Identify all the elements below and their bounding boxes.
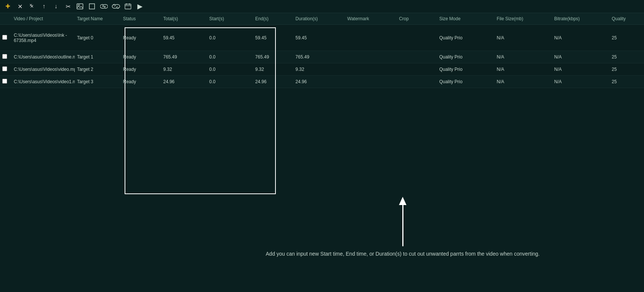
row-sizemode: Quality Prio bbox=[437, 63, 494, 76]
col-header-status: Status bbox=[121, 13, 161, 25]
col-header-video: Video / Project bbox=[12, 13, 75, 25]
row-total: 24.96 bbox=[161, 76, 207, 88]
unlink-icon[interactable] bbox=[112, 2, 120, 10]
row-duration: 9.32 bbox=[293, 63, 345, 76]
close-all-icon[interactable]: ✕✕ bbox=[28, 2, 36, 10]
row-duration: 24.96 bbox=[293, 76, 345, 88]
row-end: 24.96 bbox=[253, 76, 293, 88]
row-sizemode: Quality Prio bbox=[437, 51, 494, 63]
col-header-watermark: Watermark bbox=[345, 13, 397, 25]
move-down-icon[interactable]: ↓ bbox=[52, 2, 60, 10]
cut-icon[interactable]: ✂ bbox=[64, 2, 72, 10]
row-filesize: N/A bbox=[495, 25, 552, 51]
row-filesize: N/A bbox=[495, 51, 552, 63]
row-checkbox[interactable] bbox=[0, 51, 12, 63]
annotation-text: Add you can input new Start time, End ti… bbox=[234, 251, 572, 257]
row-status: Ready bbox=[121, 25, 161, 51]
col-header-quality: Quality bbox=[609, 13, 644, 25]
toolbar: + ✕ ✕✕ ↑ ↓ ✂ bbox=[0, 0, 644, 13]
row-target: Target 0 bbox=[75, 25, 121, 51]
col-header-bitrate: Bitrate(kbps) bbox=[552, 13, 609, 25]
row-target: Target 2 bbox=[75, 63, 121, 76]
row-status: Ready bbox=[121, 76, 161, 88]
row-total: 9.32 bbox=[161, 63, 207, 76]
row-quality: 25 bbox=[609, 51, 644, 63]
row-filesize: N/A bbox=[495, 76, 552, 88]
row-crop bbox=[397, 51, 437, 63]
row-crop bbox=[397, 63, 437, 76]
link-icon[interactable] bbox=[100, 2, 108, 10]
row-checkbox[interactable] bbox=[0, 76, 12, 88]
col-header-filesize: File Size(mb) bbox=[495, 13, 552, 25]
svg-line-4 bbox=[113, 4, 114, 5]
row-quality: 25 bbox=[609, 25, 644, 51]
crop-icon[interactable] bbox=[88, 2, 96, 10]
row-filesize: N/A bbox=[495, 63, 552, 76]
row-total: 59.45 bbox=[161, 25, 207, 51]
row-watermark bbox=[345, 51, 397, 63]
info-icon[interactable] bbox=[124, 2, 132, 10]
table-row: C:\Users\asus\Videos\outline.mp4Target 1… bbox=[0, 51, 644, 63]
row-start: 0.0 bbox=[207, 51, 253, 63]
row-sizemode: Quality Prio bbox=[437, 25, 494, 51]
row-start: 0.0 bbox=[207, 25, 253, 51]
col-header-crop: Crop bbox=[397, 13, 437, 25]
image-icon[interactable] bbox=[76, 2, 84, 10]
table-header-row: Video / Project Target Name Status Total… bbox=[0, 13, 644, 25]
row-quality: 25 bbox=[609, 76, 644, 88]
row-watermark bbox=[345, 63, 397, 76]
col-header-checkbox bbox=[0, 13, 12, 25]
row-status: Ready bbox=[121, 51, 161, 63]
row-duration: 765.49 bbox=[293, 51, 345, 63]
svg-rect-2 bbox=[89, 4, 95, 9]
row-bitrate: N/A bbox=[552, 76, 609, 88]
arrow-head bbox=[399, 197, 406, 205]
video-table: Video / Project Target Name Status Total… bbox=[0, 13, 644, 88]
svg-line-5 bbox=[118, 7, 119, 9]
col-header-end: End(s) bbox=[253, 13, 293, 25]
row-end: 9.32 bbox=[253, 63, 293, 76]
arrow-shaft bbox=[402, 205, 403, 246]
row-sizemode: Quality Prio bbox=[437, 76, 494, 88]
row-video: C:\Users\asus\Videos\video1.mp4 bbox=[12, 76, 75, 88]
row-quality: 25 bbox=[609, 63, 644, 76]
close-icon[interactable]: ✕ bbox=[16, 2, 24, 10]
row-watermark bbox=[345, 76, 397, 88]
row-video: C:\Users\asus\Videos\Ink - 67358.mp4 bbox=[12, 25, 75, 51]
annotation-area: Add you can input new Start time, End ti… bbox=[161, 197, 644, 283]
svg-rect-6 bbox=[125, 4, 131, 9]
row-bitrate: N/A bbox=[552, 25, 609, 51]
row-target: Target 3 bbox=[75, 76, 121, 88]
svg-point-1 bbox=[78, 4, 80, 6]
row-checkbox[interactable] bbox=[0, 63, 12, 76]
col-header-duration: Duration(s) bbox=[293, 13, 345, 25]
row-bitrate: N/A bbox=[552, 51, 609, 63]
table-container: Video / Project Target Name Status Total… bbox=[0, 13, 644, 88]
row-total: 765.49 bbox=[161, 51, 207, 63]
row-duration: 59.45 bbox=[293, 25, 345, 51]
col-header-start: Start(s) bbox=[207, 13, 253, 25]
col-header-target: Target Name bbox=[75, 13, 121, 25]
svg-rect-0 bbox=[77, 4, 83, 9]
row-start: 0.0 bbox=[207, 76, 253, 88]
row-start: 0.0 bbox=[207, 63, 253, 76]
row-video: C:\Users\asus\Videos\outline.mp4 bbox=[12, 51, 75, 63]
row-end: 765.49 bbox=[253, 51, 293, 63]
row-crop bbox=[397, 25, 437, 51]
col-header-total: Total(s) bbox=[161, 13, 207, 25]
table-row: C:\Users\asus\Videos\video1.mp4Target 3R… bbox=[0, 76, 644, 88]
add-icon[interactable]: + bbox=[4, 2, 12, 10]
table-row: C:\Users\asus\Videos\video.mp4Target 2Re… bbox=[0, 63, 644, 76]
row-crop bbox=[397, 76, 437, 88]
row-video: C:\Users\asus\Videos\video.mp4 bbox=[12, 63, 75, 76]
row-bitrate: N/A bbox=[552, 63, 609, 76]
row-status: Ready bbox=[121, 63, 161, 76]
table-body: C:\Users\asus\Videos\Ink - 67358.mp4Targ… bbox=[0, 25, 644, 88]
row-watermark bbox=[345, 25, 397, 51]
row-target: Target 1 bbox=[75, 51, 121, 63]
table-row: C:\Users\asus\Videos\Ink - 67358.mp4Targ… bbox=[0, 25, 644, 51]
row-checkbox[interactable] bbox=[0, 25, 12, 51]
arrow-up bbox=[399, 197, 406, 246]
play-icon[interactable]: ▶ bbox=[136, 2, 144, 10]
move-up-icon[interactable]: ↑ bbox=[40, 2, 48, 10]
